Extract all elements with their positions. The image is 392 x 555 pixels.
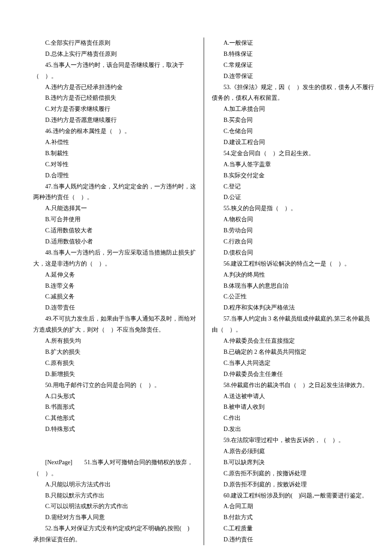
- text-line: （ ）。: [33, 468, 196, 479]
- text-line: 48.当事人一方违约后，另一方应采取适当措施防止损失扩: [33, 247, 196, 258]
- text-line: A.当事人签字盖章: [212, 159, 375, 170]
- text-line: C.登记: [212, 181, 375, 192]
- text-line: B.制裁性: [33, 148, 196, 159]
- text-line: B.可以缺席判决: [212, 457, 375, 468]
- text-line: 54.定金合同自（ ）之日起生效。: [212, 148, 375, 159]
- text-line: A.延伸义务: [33, 269, 196, 280]
- text-line: A.一般保证: [212, 38, 375, 49]
- text-line: C.全部实行严格责任原则: [33, 38, 196, 49]
- text-line: 50.用电子邮件订立的合同是合同的（ ）。: [33, 380, 196, 391]
- text-line: 大，这是非违约方的（ ）。: [33, 258, 196, 269]
- text-line: 52.当事人对保证方式没有约定或约定不明确的,按照( ): [33, 523, 196, 534]
- text-line: 56.建设工程纠纷诉讼解决的特点之一是（ ）。: [212, 258, 375, 269]
- text-line: 方造成损失的扩大，则对（ ）不应当免除责任。: [33, 324, 196, 335]
- text-line: C.公正性: [212, 291, 375, 302]
- text-line: B.买卖合同: [212, 115, 375, 126]
- text-line: B.扩大的损失: [33, 347, 196, 358]
- text-line: D.公证: [212, 192, 375, 203]
- text-line: 60.建设工程纠纷涉及到的( )问题,一般需要进行鉴定。: [212, 490, 375, 501]
- text-line: 承担保证责任的。: [33, 534, 196, 545]
- text-line: B.只能以默示方式作出: [33, 490, 196, 501]
- text-line: D.适用数值较小者: [33, 236, 196, 247]
- text-line: A.只能以明示方法式作出: [33, 479, 196, 490]
- text-line: D.总体上实行严格责任原则: [33, 49, 196, 60]
- text-line: A.原告必须到庭: [212, 446, 375, 457]
- text-line: D.连带保证: [212, 71, 375, 82]
- text-line: A.只能选择其一: [33, 203, 196, 214]
- text-line: 55.狭义的合同是指（ ）。: [212, 203, 375, 214]
- text-line: A.判决的终局性: [212, 269, 375, 280]
- text-line: C.当事人共同选定: [212, 358, 375, 369]
- text-line: A.物权合同: [212, 214, 375, 225]
- text-line: C.仓储合同: [212, 126, 375, 137]
- text-line: B.违约方是否已经赔偿损失: [33, 92, 196, 104]
- text-line: A.送达被申请人: [212, 391, 375, 402]
- text-line: A.加工承揽合同: [212, 104, 375, 115]
- text-line: A.所有损失均: [33, 335, 196, 347]
- text-line: B.劳动合同: [212, 225, 375, 236]
- text-line: 由（ ）。: [212, 324, 375, 335]
- text-line: C.对等性: [33, 159, 196, 170]
- text-line: C.减损义务: [33, 291, 196, 302]
- text-line: B.体现当事人的意思自治: [212, 280, 375, 292]
- text-line: D.新增损失: [33, 369, 196, 380]
- text-line: C.其他形式: [33, 413, 196, 424]
- text-line: D.发出: [212, 424, 375, 435]
- text-line: B.可合并使用: [33, 214, 196, 225]
- text-line: 47.当事人既约定违约金，又约定定金的，一方违约时，这: [33, 181, 196, 192]
- text-line: D.违约责任: [212, 534, 375, 545]
- two-column-layout: C.全部实行严格责任原则D.总体上实行严格责任原则45.当事人一方违约时，该合同…: [26, 38, 366, 545]
- text-line: C.行政合同: [212, 236, 375, 247]
- text-line: D.债权合同: [212, 247, 375, 258]
- text-line: 债务的，债权人有权留置。: [212, 92, 375, 104]
- text-line: 57.当事人约定由 3 名仲裁员组成仲裁庭的,第三名仲裁员: [212, 313, 375, 324]
- text-line: [NextPage] 51.当事人对可撤销合同的撤销权的放弃，: [33, 457, 196, 468]
- text-line: D.违约方是否愿意继续履行: [33, 115, 196, 126]
- text-line: D.需经对方当事人同意: [33, 512, 196, 523]
- right-column: A.一般保证B.特殊保证C.常规保证D.连带保证53.《担保法》规定，因（ ）发…: [204, 38, 382, 545]
- text-line: 45.当事人一方违约时，该合同是否继续履行，取决于: [33, 60, 196, 71]
- text-line: A.合同工期: [212, 501, 375, 512]
- text-line: C.常规保证: [212, 60, 375, 71]
- text-line: B.被申请人收到: [212, 402, 375, 413]
- text-line: D.连带责任: [33, 302, 196, 313]
- text-line: A.违约方是否已经承担违约金: [33, 82, 196, 93]
- text-line: D.特殊形式: [33, 424, 196, 435]
- text-line: A.口头形式: [33, 391, 196, 402]
- text-line: B.特殊保证: [212, 49, 375, 60]
- text-line: A.仲裁委员会主任直接指定: [212, 335, 375, 347]
- text-line: C.对方是否要求继续履行: [33, 104, 196, 115]
- text-line: B.连带义务: [33, 280, 196, 292]
- text-line: [33, 446, 196, 457]
- text-line: D.原告拒不到庭的，按败诉处理: [212, 479, 375, 490]
- text-line: D.仲裁委员会主任兼任: [212, 369, 375, 380]
- left-column: C.全部实行严格责任原则D.总体上实行严格责任原则45.当事人一方违约时，该合同…: [26, 38, 204, 545]
- text-line: B.书面形式: [33, 402, 196, 413]
- text-line: 59.在法院审理过程中，被告反诉的，（ ）。: [212, 435, 375, 446]
- text-line: C.原有损失: [33, 358, 196, 369]
- text-line: B.已确定的 2 名仲裁员共同指定: [212, 347, 375, 358]
- text-line: [33, 435, 196, 446]
- text-line: B.付款方式: [212, 512, 375, 523]
- text-line: C.原告拒不到庭的，按撤诉处理: [212, 468, 375, 479]
- text-line: C.可以以明法或默示的方式作出: [33, 501, 196, 512]
- text-line: 两种违约责任（ ）。: [33, 192, 196, 203]
- text-line: B.实际交付定金: [212, 170, 375, 181]
- text-line: 46.违约金的根本属性是（ ）。: [33, 126, 196, 137]
- document-page: C.全部实行严格责任原则D.总体上实行严格责任原则45.当事人一方违约时，该合同…: [0, 0, 392, 555]
- text-line: C.工程质量: [212, 523, 375, 534]
- text-line: D.合理性: [33, 170, 196, 181]
- text-line: D.程序和实体判决严格依法: [212, 302, 375, 313]
- text-line: C.作出: [212, 413, 375, 424]
- text-line: （ ）。: [33, 71, 196, 82]
- text-line: 49.不可抗力发生后，如果由于当事人通知不及时，而给对: [33, 313, 196, 324]
- text-line: C.适用数值较大者: [33, 225, 196, 236]
- text-line: D.建设工程合同: [212, 137, 375, 148]
- text-line: A.补偿性: [33, 137, 196, 148]
- text-line: 58.仲裁庭作出的裁决书自（ ）之日起发生法律效力。: [212, 380, 375, 391]
- text-line: 53.《担保法》规定，因（ ）发生的债权，债务人不履行: [212, 82, 375, 93]
